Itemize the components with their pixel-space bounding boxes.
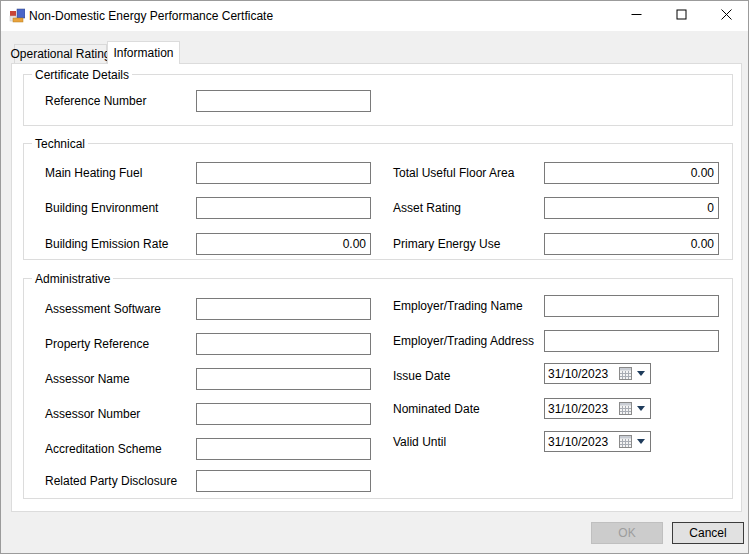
- total-useful-floor-area-input[interactable]: [544, 162, 719, 184]
- date-value: 31/10/2023: [548, 367, 616, 381]
- nominated-date-label: Nominated Date: [393, 402, 480, 416]
- titlebar: Non-Domestic Energy Performance Certfica…: [1, 1, 748, 31]
- building-emission-rate-input[interactable]: [196, 233, 371, 255]
- employer-trading-name-label: Employer/Trading Name: [393, 299, 523, 313]
- date-dropdown-button[interactable]: [635, 401, 647, 416]
- date-dropdown-button[interactable]: [635, 434, 647, 449]
- group-title: Technical: [32, 137, 88, 151]
- calendar-icon: [619, 367, 632, 380]
- main-heating-fuel-label: Main Heating Fuel: [45, 166, 142, 180]
- tab-operational-rating[interactable]: Operational Rating: [14, 44, 107, 63]
- nominated-date-picker[interactable]: 31/10/2023: [544, 398, 651, 419]
- assessor-number-label: Assessor Number: [45, 407, 140, 421]
- employer-trading-address-input[interactable]: [544, 330, 719, 352]
- calendar-icon: [619, 402, 632, 415]
- group-title: Certificate Details: [32, 68, 132, 82]
- close-button[interactable]: [704, 1, 749, 31]
- employer-trading-address-label: Employer/Trading Address: [393, 334, 534, 348]
- building-environment-input[interactable]: [196, 197, 371, 219]
- total-useful-floor-area-label: Total Useful Floor Area: [393, 166, 514, 180]
- main-heating-fuel-input[interactable]: [196, 162, 371, 184]
- dialog-window: Non-Domestic Energy Performance Certfica…: [0, 0, 749, 554]
- assessor-number-input[interactable]: [196, 403, 371, 425]
- date-dropdown-button[interactable]: [635, 366, 647, 381]
- property-reference-input[interactable]: [196, 333, 371, 355]
- cancel-button[interactable]: Cancel: [672, 522, 744, 544]
- issue-date-picker[interactable]: 31/10/2023: [544, 363, 651, 384]
- close-icon: [721, 9, 732, 23]
- chevron-down-icon: [637, 371, 645, 376]
- maximize-icon: [676, 9, 687, 23]
- app-icon: [9, 8, 25, 24]
- minimize-button[interactable]: [614, 1, 659, 31]
- tab-label: Information: [113, 46, 173, 60]
- date-value: 31/10/2023: [548, 435, 616, 449]
- assessment-software-input[interactable]: [196, 298, 371, 320]
- building-environment-label: Building Environment: [45, 201, 158, 215]
- chevron-down-icon: [637, 439, 645, 444]
- chevron-down-icon: [637, 406, 645, 411]
- ok-button[interactable]: OK: [591, 522, 663, 544]
- accreditation-scheme-input[interactable]: [196, 438, 371, 460]
- building-emission-rate-label: Building Emission Rate: [45, 237, 168, 251]
- valid-until-label: Valid Until: [393, 435, 446, 449]
- minimize-icon: [631, 9, 642, 23]
- group-title: Administrative: [32, 272, 113, 286]
- issue-date-label: Issue Date: [393, 369, 450, 383]
- window-title: Non-Domestic Energy Performance Certfica…: [29, 9, 273, 23]
- tab-information[interactable]: Information: [107, 41, 180, 64]
- employer-trading-name-input[interactable]: [544, 295, 719, 317]
- property-reference-label: Property Reference: [45, 337, 149, 351]
- assessor-name-input[interactable]: [196, 368, 371, 390]
- reference-number-label: Reference Number: [45, 94, 146, 108]
- calendar-icon: [619, 435, 632, 448]
- asset-rating-label: Asset Rating: [393, 201, 461, 215]
- reference-number-input[interactable]: [196, 90, 371, 112]
- related-party-disclosure-label: Related Party Disclosure: [45, 474, 177, 488]
- valid-until-picker[interactable]: 31/10/2023: [544, 431, 651, 452]
- assessor-name-label: Assessor Name: [45, 372, 130, 386]
- primary-energy-use-input[interactable]: [544, 233, 719, 255]
- related-party-disclosure-input[interactable]: [196, 470, 371, 492]
- primary-energy-use-label: Primary Energy Use: [393, 237, 500, 251]
- date-value: 31/10/2023: [548, 402, 616, 416]
- maximize-button[interactable]: [659, 1, 704, 31]
- asset-rating-input[interactable]: [544, 197, 719, 219]
- assessment-software-label: Assessment Software: [45, 302, 161, 316]
- tab-label: Operational Rating: [10, 47, 110, 61]
- accreditation-scheme-label: Accreditation Scheme: [45, 442, 162, 456]
